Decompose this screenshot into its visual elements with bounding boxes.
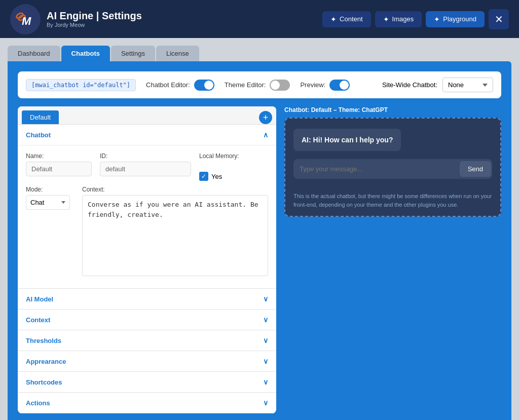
mode-context-row: Mode: Chat Assistant Context: Converse a… bbox=[26, 186, 268, 276]
context-field-group: Context: Converse as if you were an AI a… bbox=[82, 186, 268, 276]
chatbot-name: Default bbox=[311, 106, 332, 113]
ai-greeting-bubble: AI: Hi! How can I help you? bbox=[293, 129, 401, 151]
chat-message-input[interactable] bbox=[300, 160, 456, 178]
site-wide-group: Site-Wide Chatbot: None Default bbox=[382, 78, 493, 92]
actions-header[interactable]: Actions ∨ bbox=[18, 393, 276, 413]
ai-greeting-message: Hi! How can I help you? bbox=[313, 136, 393, 144]
theme-editor-label: Theme Editor: bbox=[225, 81, 266, 89]
chat-message-area: AI: Hi! How can I help you? Send bbox=[285, 119, 500, 187]
chatbot-chevron-icon: ∧ bbox=[263, 131, 268, 139]
main-wrap: Dashboard Chatbots Settings License [mwa… bbox=[0, 38, 519, 420]
actions-chevron-icon: ∨ bbox=[263, 399, 268, 407]
header-nav: ✦ Content ✦ Images ✦ Playground ✕ bbox=[322, 9, 509, 29]
chatbot-editor-toggle-group: Chatbot Editor: bbox=[146, 80, 214, 91]
app-title: AI Engine | Settings bbox=[47, 10, 142, 22]
content-nav-button[interactable]: ✦ Content bbox=[322, 11, 371, 27]
chat-footer-note: This is the actual chatbot, but there mi… bbox=[285, 187, 500, 216]
close-icon: ✕ bbox=[495, 13, 503, 25]
thresholds-header[interactable]: Thresholds ∨ bbox=[18, 330, 276, 351]
name-field-group: Name: bbox=[26, 152, 92, 176]
app-header: M AI Engine | Settings By Jordy Meow ✦ C… bbox=[0, 0, 519, 38]
context-textarea[interactable]: Converse as if you were an AI assistant.… bbox=[82, 195, 268, 276]
send-button[interactable]: Send bbox=[460, 161, 491, 177]
two-col-layout: Default + Chatbot ∧ Name bbox=[18, 106, 501, 413]
context-label: Context: bbox=[82, 186, 268, 193]
ai-model-header[interactable]: AI Model ∨ bbox=[18, 289, 276, 309]
ai-model-title: AI Model bbox=[26, 295, 53, 303]
panel-tabs: Default + bbox=[18, 106, 276, 125]
context-accordion: Context ∨ bbox=[18, 310, 276, 330]
shortcodes-header[interactable]: Shortcodes ∨ bbox=[18, 372, 276, 392]
thresholds-chevron-icon: ∨ bbox=[263, 336, 268, 345]
tabs-bar: Dashboard Chatbots Settings License bbox=[8, 46, 511, 61]
chat-input-area: Send bbox=[293, 159, 492, 179]
app-byline: By Jordy Meow bbox=[47, 22, 142, 28]
mode-select[interactable]: Chat Assistant bbox=[26, 195, 70, 210]
chatbot-prefix: Chatbot: bbox=[284, 106, 311, 113]
tab-chatbots[interactable]: Chatbots bbox=[61, 46, 110, 61]
thresholds-title: Thresholds bbox=[26, 337, 61, 345]
theme-editor-toggle[interactable] bbox=[270, 80, 290, 91]
chatbot-editor-label: Chatbot Editor: bbox=[146, 81, 190, 89]
apprearance-chevron-icon: ∨ bbox=[263, 357, 268, 365]
panel-tab-default[interactable]: Default bbox=[22, 110, 59, 124]
chatbot-section-title: Chatbot bbox=[26, 131, 51, 139]
local-memory-field-group: Local Memory: ✓ Yes bbox=[199, 152, 239, 181]
images-nav-button[interactable]: ✦ Images bbox=[375, 11, 422, 27]
images-star-icon: ✦ bbox=[383, 15, 389, 23]
name-id-memory-row: Name: ID: Local Memory: ✓ bbox=[26, 152, 268, 181]
site-wide-label: Site-Wide Chatbot: bbox=[382, 81, 437, 89]
thresholds-accordion: Thresholds ∨ bbox=[18, 330, 276, 351]
svg-text:M: M bbox=[22, 15, 31, 27]
name-input[interactable] bbox=[26, 162, 92, 176]
site-wide-select[interactable]: None Default bbox=[442, 78, 493, 92]
id-input[interactable] bbox=[100, 162, 191, 176]
context-chevron-icon: ∨ bbox=[263, 316, 268, 324]
playground-star-icon: ✦ bbox=[434, 15, 440, 23]
theme-separator: – Theme: bbox=[333, 106, 362, 113]
tab-license[interactable]: License bbox=[156, 46, 199, 61]
toolbar: [mwai_chatbot id="default"] Chatbot Edit… bbox=[18, 71, 501, 98]
tab-settings[interactable]: Settings bbox=[111, 46, 155, 61]
theme-editor-toggle-group: Theme Editor: bbox=[225, 80, 290, 91]
chatbot-editor-toggle[interactable] bbox=[194, 80, 214, 91]
preview-toggle-group: Preview: bbox=[300, 80, 350, 91]
header-title-area: AI Engine | Settings By Jordy Meow bbox=[47, 10, 142, 28]
close-button[interactable]: ✕ bbox=[489, 9, 509, 29]
local-memory-checkbox[interactable]: ✓ bbox=[199, 172, 208, 181]
ai-model-chevron-icon: ∨ bbox=[263, 295, 268, 303]
chat-preview-box: AI: Hi! How can I help you? Send This is… bbox=[284, 118, 501, 217]
playground-nav-button[interactable]: ✦ Playground bbox=[426, 11, 485, 27]
shortcode-badge[interactable]: [mwai_chatbot id="default"] bbox=[26, 79, 136, 91]
local-memory-yes-label: Yes bbox=[211, 173, 222, 180]
tab-dashboard[interactable]: Dashboard bbox=[8, 46, 60, 61]
shortcodes-accordion: Shortcodes ∨ bbox=[18, 372, 276, 393]
preview-label: Preview: bbox=[300, 81, 325, 89]
playground-nav-label: Playground bbox=[443, 15, 476, 23]
add-tab-button[interactable]: + bbox=[259, 111, 272, 124]
ai-prefix: AI: bbox=[302, 136, 311, 144]
id-field-group: ID: bbox=[100, 152, 191, 176]
theme-name: ChatGPT bbox=[362, 106, 388, 113]
logo-area: M AI Engine | Settings By Jordy Meow bbox=[10, 4, 315, 34]
chatbot-accordion-header[interactable]: Chatbot ∧ bbox=[18, 125, 276, 145]
content-nav-label: Content bbox=[340, 15, 363, 23]
apprearance-header[interactable]: Apprearance ∨ bbox=[18, 351, 276, 371]
chatbot-accordion-content: Name: ID: Local Memory: ✓ bbox=[18, 145, 276, 288]
app-logo: M bbox=[10, 4, 41, 34]
shortcodes-chevron-icon: ∨ bbox=[263, 378, 268, 386]
chatbot-info-label: Chatbot: Default – Theme: ChatGPT bbox=[284, 106, 501, 113]
context-header[interactable]: Context ∨ bbox=[18, 310, 276, 330]
actions-accordion: Actions ∨ bbox=[18, 393, 276, 413]
content-star-icon: ✦ bbox=[330, 15, 337, 23]
mode-label: Mode: bbox=[26, 186, 70, 193]
apprearance-title: Apprearance bbox=[26, 358, 66, 365]
local-memory-checkbox-group: ✓ Yes bbox=[199, 172, 239, 181]
apprearance-accordion: Apprearance ∨ bbox=[18, 351, 276, 372]
preview-toggle[interactable] bbox=[329, 80, 350, 91]
content-area: [mwai_chatbot id="default"] Chatbot Edit… bbox=[8, 61, 511, 420]
mode-field-group: Mode: Chat Assistant bbox=[26, 186, 70, 210]
id-label: ID: bbox=[100, 152, 191, 160]
context-title: Context bbox=[26, 316, 50, 324]
name-label: Name: bbox=[26, 152, 92, 160]
